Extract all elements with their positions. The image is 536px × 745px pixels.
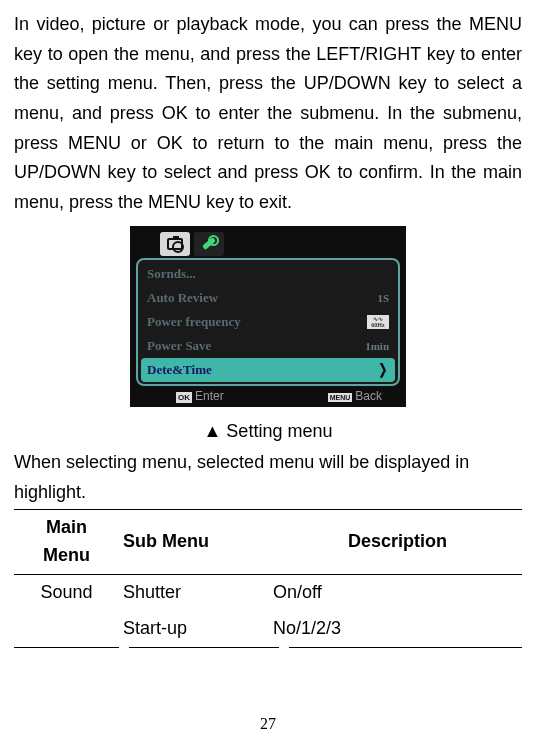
menu-badge: MENU bbox=[328, 393, 353, 402]
page-number: 27 bbox=[0, 715, 536, 733]
cell-main bbox=[14, 611, 119, 647]
chevron-right-icon: ❭ bbox=[377, 361, 389, 378]
highlight-paragraph: When selecting menu, selected menu will … bbox=[14, 448, 522, 507]
menu-label: Dete&Time bbox=[147, 362, 212, 378]
bottom-bar: OKEnter MENUBack bbox=[136, 386, 400, 403]
menu-value: 1min bbox=[365, 340, 389, 352]
menu-item-sounds: Sornds... bbox=[141, 262, 395, 286]
menu-value: 1S bbox=[377, 292, 389, 304]
menu-item-power-save: Power Save 1min bbox=[141, 334, 395, 358]
table-header: Main Menu Sub Menu Description bbox=[14, 510, 522, 575]
tab-bar bbox=[160, 232, 400, 256]
menu-label: Power frequency bbox=[147, 314, 241, 330]
table-row: Sound Shutter On/off bbox=[14, 575, 522, 611]
cell-sub: Shutter bbox=[119, 575, 269, 611]
menu-box: Sornds... Auto Review 1S Power frequency… bbox=[136, 258, 400, 386]
camera-icon bbox=[167, 238, 183, 250]
camera-tab bbox=[160, 232, 190, 256]
frequency-icon: ∿∿60Hz bbox=[367, 315, 389, 329]
settings-tab bbox=[194, 232, 224, 256]
ok-badge: OK bbox=[176, 392, 192, 403]
cell-main: Sound bbox=[14, 575, 119, 611]
screenshot-container: Sornds... Auto Review 1S Power frequency… bbox=[14, 226, 522, 407]
figure-caption: ▲ Setting menu bbox=[14, 421, 522, 442]
menu-label: Power Save bbox=[147, 338, 211, 354]
menu-label: Sornds... bbox=[147, 266, 196, 282]
table-row: Start-up No/1/2/3 bbox=[14, 611, 522, 647]
table-bottom-border bbox=[14, 647, 522, 648]
settings-table: Main Menu Sub Menu Description Sound Shu… bbox=[14, 510, 522, 648]
header-description: Description bbox=[269, 510, 522, 574]
cell-desc: On/off bbox=[269, 575, 522, 611]
intro-paragraph: In video, picture or playback mode, you … bbox=[14, 10, 522, 218]
menu-item-power-frequency: Power frequency ∿∿60Hz bbox=[141, 310, 395, 334]
device-screenshot: Sornds... Auto Review 1S Power frequency… bbox=[130, 226, 406, 407]
cell-desc: No/1/2/3 bbox=[269, 611, 522, 647]
header-sub-menu: Sub Menu bbox=[119, 510, 269, 574]
cell-sub: Start-up bbox=[119, 611, 269, 647]
menu-label: Auto Review bbox=[147, 290, 218, 306]
menu-item-auto-review: Auto Review 1S bbox=[141, 286, 395, 310]
back-hint: MENUBack bbox=[328, 389, 382, 403]
header-main-menu: Main Menu bbox=[14, 510, 119, 574]
wrench-icon bbox=[201, 236, 217, 252]
menu-item-date-time: Dete&Time ❭ bbox=[141, 358, 395, 382]
enter-hint: OKEnter bbox=[176, 389, 224, 403]
